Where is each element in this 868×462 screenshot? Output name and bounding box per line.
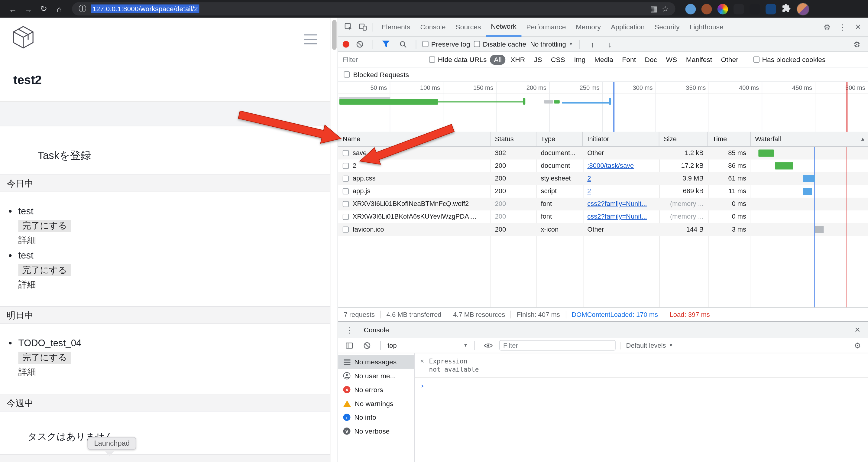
blocked-cookies-checkbox[interactable]: Has blocked cookies [753,56,826,63]
table-row[interactable]: app.css200stylesheet23.9 MB61 ms [338,172,868,185]
inspect-element-icon[interactable] [342,20,355,34]
console-filter-input[interactable] [499,340,616,351]
export-har-icon[interactable]: ↓ [603,37,616,51]
network-settings-gear-icon[interactable]: ⚙ [850,37,864,51]
request-name-cell[interactable]: save [338,147,491,159]
console-settings-gear-icon[interactable]: ⚙ [851,339,864,352]
task-detail-link[interactable]: 詳細 [18,367,36,376]
table-row[interactable]: 2200document:8000/task/save17.2 kB86 ms [338,160,868,172]
block-request-checkbox[interactable] [343,188,349,194]
tab-grid-icon[interactable]: ▦ [650,4,657,13]
filter-type-font[interactable]: Font [618,55,640,64]
column-header-time[interactable]: Time [708,132,751,146]
search-icon[interactable] [396,37,409,51]
checkbox-icon[interactable] [753,57,759,63]
request-name-cell[interactable]: favicon.ico [338,223,491,236]
more-options-icon[interactable]: ⋮ [836,20,849,34]
column-header-name[interactable]: Name [338,132,491,146]
filter-type-js[interactable]: JS [530,55,546,64]
table-row[interactable]: favicon.ico200x-iconOther144 B3 ms [338,223,868,236]
network-filter-input[interactable] [343,56,426,63]
settings-gear-icon[interactable]: ⚙ [820,20,834,34]
initiator-cell[interactable]: css2?family=Nunit... [583,210,659,223]
block-request-checkbox[interactable] [343,163,349,169]
column-header-status[interactable]: Status [491,132,536,146]
extension-3-icon[interactable] [717,4,728,14]
filter-type-media[interactable]: Media [591,55,617,64]
column-header-size[interactable]: Size [659,132,708,146]
initiator-cell[interactable]: 2 [583,185,659,198]
block-request-checkbox[interactable] [343,201,349,207]
bookmark-star-icon[interactable]: ☆ [662,4,669,13]
extension-1-icon[interactable] [685,4,696,14]
checkbox-icon[interactable] [423,41,429,47]
reload-icon[interactable]: ↻ [37,1,51,16]
checkbox-icon[interactable] [344,71,350,78]
import-har-icon[interactable]: ↑ [586,37,599,51]
extension-5-icon[interactable] [749,4,760,14]
page-scrollbar[interactable] [330,18,338,462]
block-request-checkbox[interactable] [343,176,349,182]
extension-2-icon[interactable] [702,4,712,14]
request-name-cell[interactable]: app.css [338,172,491,185]
disable-cache-checkbox[interactable]: Disable cache [474,40,526,48]
profile-avatar[interactable] [797,2,809,15]
drawer-menu-icon[interactable]: ⋮ [343,323,356,337]
close-devtools-icon[interactable]: × [851,20,865,34]
block-request-checkbox[interactable] [343,150,349,156]
extension-6-icon[interactable] [766,4,776,14]
console-level-verbose[interactable]: vNo verbose [338,424,414,438]
device-toolbar-icon[interactable] [356,20,369,34]
record-icon[interactable] [343,41,349,48]
preserve-log-checkbox[interactable]: Preserve log [423,40,470,48]
request-name-cell[interactable]: XRXW3I6Li01BKofA6sKUYevIWzgPDA.... [338,210,491,223]
filter-type-doc[interactable]: Doc [641,55,661,64]
column-header-type[interactable]: Type [536,132,583,146]
filter-type-css[interactable]: CSS [547,55,569,64]
network-overview-timeline[interactable]: 50 ms100 ms150 ms200 ms250 ms300 ms350 m… [338,82,868,132]
console-sidebar-toggle-icon[interactable] [343,339,356,352]
scrollbar-thumb[interactable] [332,20,337,50]
filter-type-manifest[interactable]: Manifest [682,55,716,64]
back-icon[interactable]: ← [5,1,20,16]
block-request-checkbox[interactable] [343,226,349,233]
table-row[interactable]: XRXW3I6Li01BKofA6sKUYevIWzgPDA....200fon… [338,210,868,223]
initiator-cell[interactable]: 2 [583,172,659,185]
register-task-link[interactable]: Taskを登録 [38,149,331,163]
menu-icon[interactable] [304,34,317,44]
tab-elements[interactable]: Elements [377,18,415,36]
column-header-initiator[interactable]: Initiator [583,132,659,146]
tab-security[interactable]: Security [650,18,685,36]
task-detail-link[interactable]: 詳細 [18,280,36,289]
request-name-cell[interactable]: 2 [338,160,491,172]
remove-expression-icon[interactable]: × [420,357,424,374]
tab-lighthouse[interactable]: Lighthouse [685,18,728,36]
filter-type-other[interactable]: Other [717,55,742,64]
initiator-cell[interactable]: :8000/task/save [583,160,659,172]
home-icon[interactable]: ⌂ [52,1,66,16]
complete-task-button[interactable]: 完了にする [18,264,71,276]
log-levels-dropdown[interactable]: Default levels ▼ [620,341,673,349]
column-header-waterfall[interactable]: Waterfall▲ [751,132,868,146]
console-level-list[interactable]: No messages [338,355,414,369]
close-drawer-icon[interactable]: × [851,323,864,337]
url-bar[interactable]: ⓘ 127.0.0.1:8000/workspace/detail/2 ▦ ☆ [72,2,675,16]
tab-memory[interactable]: Memory [571,18,606,36]
initiator-cell[interactable]: css2?family=Nunit... [583,198,659,210]
url-text[interactable]: 127.0.0.1:8000/workspace/detail/2 [91,4,199,13]
filter-type-all[interactable]: All [490,55,505,64]
task-detail-link[interactable]: 詳細 [18,235,36,245]
tab-network[interactable]: Network [486,18,521,36]
tab-application[interactable]: Application [606,18,650,36]
clear-icon[interactable] [353,37,367,51]
console-level-user[interactable]: No user me... [338,369,414,383]
filter-funnel-icon[interactable] [379,37,393,51]
throttling-dropdown[interactable]: No throttling ▼ [530,40,573,48]
console-prompt-icon[interactable]: › [415,378,868,390]
filter-type-img[interactable]: Img [570,55,589,64]
console-level-info[interactable]: iNo info [338,410,414,424]
block-request-checkbox[interactable] [343,214,349,220]
hide-data-urls-checkbox[interactable]: Hide data URLs [429,56,487,63]
console-drawer-tab[interactable]: Console [362,326,392,334]
console-level-error[interactable]: ×No errors [338,383,414,397]
